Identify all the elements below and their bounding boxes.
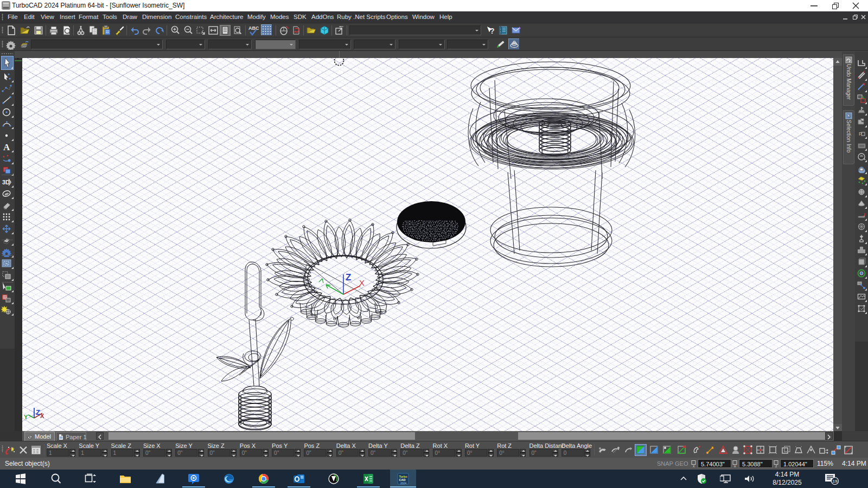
svg-text:A: A (3, 142, 10, 152)
svg-text:x: x (693, 464, 695, 468)
svg-text:3D: 3D (2, 179, 10, 185)
svg-text:ABC: ABC (248, 25, 259, 31)
svg-text:?: ? (490, 27, 495, 35)
svg-text:2024: 2024 (400, 481, 406, 485)
svg-text:Y: Y (24, 414, 28, 420)
svg-text:Z: Z (36, 408, 40, 416)
svg-text:19: 19 (833, 479, 838, 484)
svg-text:z: z (775, 464, 777, 468)
svg-text:Z: Z (346, 272, 351, 282)
svg-text:y: y (734, 464, 736, 468)
svg-text:X: X (359, 278, 365, 287)
svg-text:X: X (40, 413, 44, 419)
